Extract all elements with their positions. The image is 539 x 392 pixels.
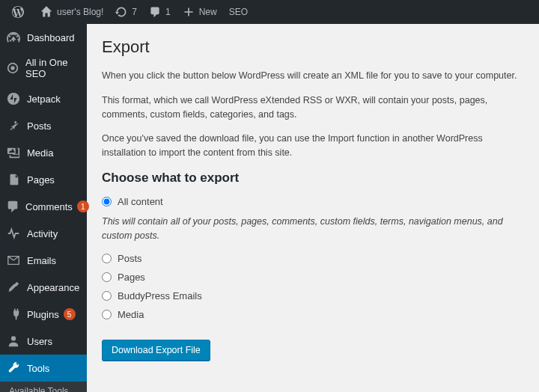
radio-posts[interactable] <box>102 254 112 263</box>
export-option-pages[interactable]: Pages <box>102 272 524 283</box>
radio-media[interactable] <box>102 310 112 319</box>
sidebar-item-label: Posts <box>27 120 52 132</box>
new-label: New <box>199 7 217 17</box>
aioseo-icon <box>6 61 19 76</box>
sidebar-item-label: Jetpack <box>27 94 61 105</box>
dashboard-icon <box>6 30 21 45</box>
intro-p1: When you click the button below WordPres… <box>102 69 524 83</box>
sidebar-item-media[interactable]: Media <box>0 139 87 166</box>
sidebar-item-label: Appearance <box>27 282 79 293</box>
comments-menu[interactable]: 1 <box>143 0 177 24</box>
sidebar-item-tools[interactable]: Tools <box>0 355 87 382</box>
sidebar-item-posts[interactable]: Posts <box>0 112 87 139</box>
site-name-label: user's Blog! <box>57 7 103 17</box>
wordpress-icon <box>12 6 24 18</box>
download-export-button[interactable]: Download Export File <box>102 340 210 361</box>
sidebar-item-label: Comments <box>25 201 73 212</box>
sidebar-item-label: All in One SEO <box>25 57 81 79</box>
sidebar-item-dashboard[interactable]: Dashboard <box>0 24 87 51</box>
intro-p3: Once you've saved the download file, you… <box>102 132 524 160</box>
sidebar-item-label: Pages <box>27 174 55 186</box>
seo-label: SEO <box>229 7 248 17</box>
all-content-description: This will contain all of your posts, pag… <box>102 215 524 243</box>
updates-count: 7 <box>132 7 137 17</box>
export-option-all[interactable]: All content <box>102 196 524 207</box>
sidebar-item-label: Dashboard <box>27 32 75 43</box>
option-label: Pages <box>118 272 145 283</box>
export-option-media[interactable]: Media <box>102 309 524 320</box>
sidebar-item-aioseo[interactable]: All in One SEO <box>0 51 87 85</box>
sidebar-item-appearance[interactable]: Appearance <box>0 274 87 301</box>
jetpack-icon <box>6 91 21 106</box>
wp-logo-menu[interactable] <box>6 0 34 24</box>
export-option-posts[interactable]: Posts <box>102 253 524 264</box>
new-content-menu[interactable]: New <box>177 0 223 24</box>
comment-icon <box>149 6 161 18</box>
radio-pages[interactable] <box>102 272 112 282</box>
sidebar-item-users[interactable]: Users <box>0 328 87 355</box>
main-content: Export When you click the button below W… <box>87 24 539 392</box>
comment-icon <box>6 199 19 214</box>
updates-menu[interactable]: 7 <box>109 0 143 24</box>
sidebar-item-label: Tools <box>27 363 49 374</box>
seo-menu[interactable]: SEO <box>223 0 254 24</box>
plugins-badge: 5 <box>64 308 76 320</box>
sidebar-item-label: Media <box>27 147 53 159</box>
option-label: Posts <box>118 253 142 264</box>
users-icon <box>6 334 21 349</box>
option-label: BuddyPress Emails <box>118 290 202 301</box>
update-icon <box>115 6 127 18</box>
pin-icon <box>6 118 21 133</box>
radio-all[interactable] <box>102 197 112 206</box>
plugin-icon <box>6 307 21 322</box>
sidebar-item-label: Plugins <box>27 309 59 320</box>
option-label: Media <box>118 309 144 320</box>
sidebar-item-label: Activity <box>27 228 58 239</box>
media-icon <box>6 145 21 160</box>
pending-comments-count: 1 <box>165 7 171 17</box>
sidebar-item-pages[interactable]: Pages <box>0 166 87 193</box>
activity-icon <box>6 226 21 241</box>
admin-sidebar: Dashboard All in One SEO Jetpack Posts M… <box>0 24 87 392</box>
tools-icon <box>6 361 21 376</box>
svg-point-1 <box>10 66 14 70</box>
sidebar-item-label: Emails <box>27 255 56 266</box>
home-icon <box>40 6 52 18</box>
sidebar-item-activity[interactable]: Activity <box>0 220 87 247</box>
radio-bp-emails[interactable] <box>102 291 112 301</box>
sidebar-item-plugins[interactable]: Plugins 5 <box>0 301 87 328</box>
submenu-available-tools[interactable]: Available Tools <box>0 382 87 392</box>
svg-point-3 <box>11 336 16 340</box>
tools-submenu: Available Tools Import Export BuddyPress… <box>0 382 87 392</box>
page-title: Export <box>102 37 524 57</box>
email-icon <box>6 253 21 268</box>
option-label: All content <box>118 196 163 207</box>
sidebar-item-jetpack[interactable]: Jetpack <box>0 85 87 112</box>
admin-layout: Dashboard All in One SEO Jetpack Posts M… <box>0 24 539 392</box>
sidebar-item-label: Users <box>27 336 52 347</box>
comments-badge: 1 <box>77 200 89 212</box>
admin-toolbar: user's Blog! 7 1 New SEO <box>0 0 539 24</box>
site-name-menu[interactable]: user's Blog! <box>34 0 109 24</box>
svg-point-2 <box>7 93 19 105</box>
export-option-bp-emails[interactable]: BuddyPress Emails <box>102 290 524 301</box>
plus-icon <box>183 6 195 18</box>
page-icon <box>6 172 21 187</box>
choose-heading: Choose what to export <box>102 171 524 186</box>
sidebar-item-emails[interactable]: Emails <box>0 247 87 274</box>
appearance-icon <box>6 280 21 295</box>
sidebar-item-comments[interactable]: Comments 1 <box>0 193 87 220</box>
intro-p2: This format, which we call WordPress eXt… <box>102 94 524 122</box>
